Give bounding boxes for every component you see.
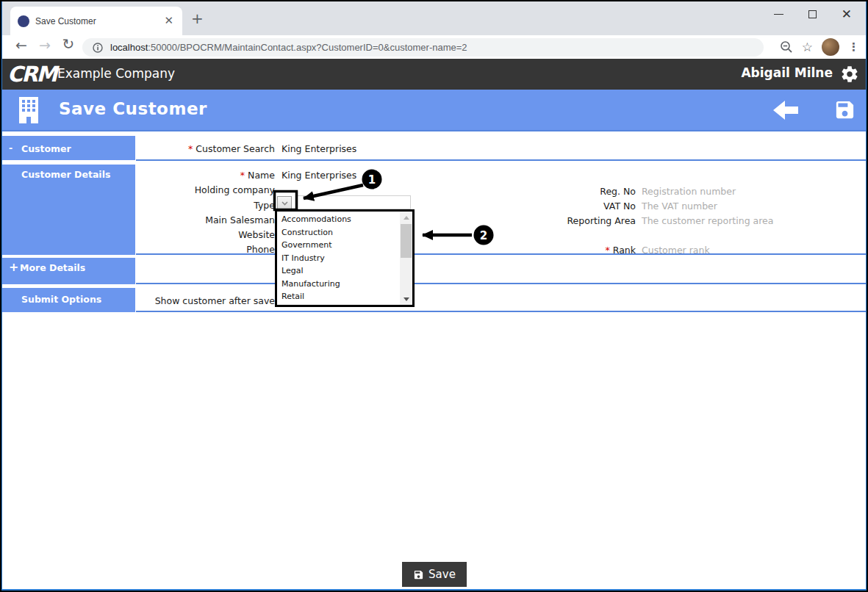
type-label: Type xyxy=(136,200,275,212)
type-option[interactable]: Construction xyxy=(277,226,400,239)
page-title-bar: Save Customer xyxy=(1,90,867,131)
save-button[interactable]: Save xyxy=(402,562,467,587)
section-divider xyxy=(136,311,867,312)
page-title: Save Customer xyxy=(59,99,207,118)
toolbar-right-icons: ☆ ⋮ xyxy=(780,35,859,59)
new-tab-button[interactable]: + xyxy=(191,11,204,26)
address-bar[interactable]: localhost:50000/BPOCRM/MaintainContact.a… xyxy=(82,38,764,57)
type-dropdown-button[interactable] xyxy=(277,196,292,210)
type-option[interactable]: Legal xyxy=(277,264,400,278)
settings-gear-icon[interactable] xyxy=(840,65,859,87)
reg-no-label: Reg. No xyxy=(489,186,636,198)
close-window-icon[interactable]: ✕ xyxy=(842,8,852,21)
phone-label: Phone xyxy=(136,244,275,256)
back-navigation-icon[interactable] xyxy=(772,100,799,123)
browser-menu-icon[interactable]: ⋮ xyxy=(848,40,859,54)
scroll-down-icon[interactable] xyxy=(400,293,412,305)
logged-in-user[interactable]: Abigail Milne xyxy=(741,65,833,80)
website-label: Website xyxy=(136,229,275,241)
customer-building-icon xyxy=(18,97,40,126)
type-option[interactable]: Accommodations xyxy=(277,213,400,226)
browser-toolbar: ← → ↻ localhost:50000/BPOCRM/MaintainCon… xyxy=(1,35,867,59)
rank-input[interactable]: Customer rank xyxy=(642,245,710,256)
type-input[interactable] xyxy=(295,195,411,209)
customer-search-value[interactable]: King Enterprises xyxy=(281,143,356,155)
sidebar-item-customer-details[interactable]: Customer Details xyxy=(1,165,135,255)
collapse-minus-icon[interactable]: - xyxy=(9,142,12,154)
reporting-area-label: Reporting Area xyxy=(489,215,636,227)
scroll-up-icon[interactable] xyxy=(400,212,412,223)
url-text[interactable]: localhost:50000/BPOCRM/MaintainContact.a… xyxy=(110,42,467,53)
section-divider xyxy=(136,283,867,284)
sidebar-item-customer[interactable]: - Customer xyxy=(1,136,135,160)
type-dropdown-list: Accommodations Construction Government I… xyxy=(275,209,415,307)
forward-icon: → xyxy=(35,38,54,52)
tab-close-icon[interactable]: ✕ xyxy=(161,14,176,28)
save-floppy-icon xyxy=(413,569,424,580)
sidebar-item-submit-options[interactable]: Submit Options xyxy=(1,288,135,312)
save-header-icon[interactable] xyxy=(833,98,856,124)
customer-search-label: *Customer Search xyxy=(136,143,275,155)
back-icon[interactable]: ← xyxy=(12,38,31,52)
chevron-down-icon xyxy=(281,201,288,206)
name-value[interactable]: King Enterprises xyxy=(281,170,356,181)
holding-company-label: Holding company xyxy=(136,184,275,196)
tab-strip: Save Customer ✕ + ✕ xyxy=(1,1,867,35)
reload-icon[interactable]: ↻ xyxy=(59,37,78,51)
bookmark-star-icon[interactable]: ☆ xyxy=(802,40,813,54)
holding-company-value[interactable]: - xyxy=(281,184,285,196)
crm-favicon-icon xyxy=(18,15,29,27)
dropdown-scrollbar[interactable] xyxy=(400,212,412,305)
page-info-icon[interactable] xyxy=(93,43,103,53)
minimize-icon[interactable] xyxy=(774,14,783,15)
browser-tab[interactable]: Save Customer ✕ xyxy=(10,7,182,35)
vat-no-input[interactable]: The VAT number xyxy=(642,201,717,212)
rank-label: *Rank xyxy=(489,245,636,256)
main-salesman-label: Main Salesman xyxy=(136,214,275,226)
name-label: *Name xyxy=(136,170,275,181)
window-controls: ✕ xyxy=(774,1,861,26)
type-option[interactable]: Government xyxy=(277,239,400,252)
reporting-area-input[interactable]: The customer reporting area xyxy=(642,215,773,227)
company-name: Example Company xyxy=(57,66,175,81)
tab-title: Save Customer xyxy=(35,16,161,26)
scrollbar-thumb[interactable] xyxy=(401,224,412,258)
sidebar-item-more-details[interactable]: + More Details xyxy=(1,258,135,284)
type-option[interactable]: IT Industry xyxy=(277,252,400,265)
type-option[interactable]: Retail xyxy=(277,290,400,303)
section-divider xyxy=(136,159,867,161)
browser-window: Save Customer ✕ + ✕ ← → ↻ localhost:5000… xyxy=(0,0,868,592)
maximize-icon[interactable] xyxy=(808,10,817,18)
form-content: - Customer Customer Details + More Detai… xyxy=(1,133,867,591)
vat-no-label: VAT No xyxy=(489,201,636,212)
profile-avatar[interactable] xyxy=(822,38,839,56)
zoom-indicator-icon[interactable] xyxy=(780,40,793,54)
crm-logo: CRM xyxy=(7,62,56,87)
type-options: Accommodations Construction Government I… xyxy=(277,212,400,305)
expand-plus-icon[interactable]: + xyxy=(9,260,18,274)
app-header: CRM Example Company Abigail Milne xyxy=(1,59,867,90)
show-customer-after-save-label: Show customer after save xyxy=(136,295,275,306)
reg-no-input[interactable]: Registration number xyxy=(642,186,736,198)
type-option[interactable]: Manufacturing xyxy=(277,278,400,291)
